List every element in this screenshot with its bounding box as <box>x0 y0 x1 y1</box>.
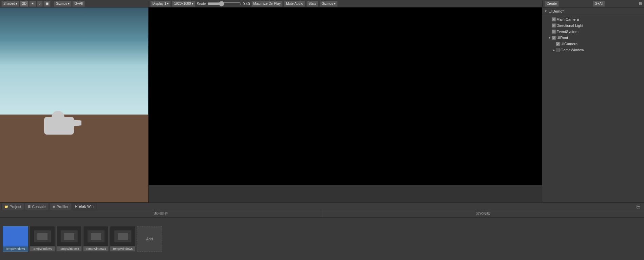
asset-preview-2 <box>57 226 81 246</box>
asset-preview-1 <box>30 226 55 246</box>
mini-preview-inner <box>64 233 74 240</box>
hierarchy-label-4: UICamera <box>561 42 577 46</box>
hierarchy-checkbox-2[interactable]: ✓ <box>552 30 556 34</box>
display-label: Display 1 <box>152 2 166 5</box>
bottom-tab-profiler[interactable]: ◉Profiler <box>50 203 72 210</box>
scene-view <box>0 7 149 202</box>
tab-icon: 📁 <box>4 205 8 208</box>
chevron-down-icon-3: ▾ <box>167 2 169 5</box>
hierarchy-item-main-camera[interactable]: ✓Main Camera <box>542 16 644 22</box>
hierarchy-checkbox-4[interactable]: ✓ <box>556 42 560 46</box>
scale-value: 0.40 <box>243 2 250 6</box>
create-btn[interactable]: Create <box>545 1 559 7</box>
hierarchy-label-3: UIRoot <box>556 36 568 40</box>
asset-thumbnail-2[interactable]: TempWindow3 <box>56 226 82 252</box>
game-gizmos-label: Gizmos <box>322 2 333 5</box>
asset-label-2: TempWindow3 <box>57 246 81 251</box>
hierarchy-toolbar-area: Create G+All ⊟ <box>542 1 644 7</box>
bottom-tabs-right: ⊟ <box>634 203 643 210</box>
scale-slider[interactable] <box>207 2 241 6</box>
bottom-tab-project[interactable]: 📁Project <box>1 203 24 210</box>
game-gizmos-btn[interactable]: Gizmos ▾ <box>320 1 338 7</box>
asset-label-0: TempWindow1 <box>3 246 28 251</box>
scale-label: Scale <box>197 2 206 6</box>
main-area: ▼ UIDemo* ✓Main Camera✓Directional Light… <box>0 7 644 202</box>
asset-thumbnail-4[interactable]: TempWindow5 <box>110 226 135 252</box>
hierarchy-filter-btn[interactable]: G+All <box>593 1 605 7</box>
hierarchy-checkbox-5[interactable] <box>556 48 560 52</box>
bottom-toolbar: 通用组件其它模板 <box>0 210 644 218</box>
camera-body <box>44 117 74 135</box>
shading-dropdown[interactable]: Shaded ▾ <box>1 1 19 7</box>
gizmos-filter-btn[interactable]: G+All <box>72 1 85 7</box>
mini-preview <box>61 230 78 242</box>
toolbar-separator-1 <box>52 1 52 6</box>
stats-label: Stats <box>308 2 316 5</box>
hierarchy-label-1: Directional Light <box>556 23 583 28</box>
bottom-content: TempWindow1TempWindow2TempWindow3TempWin… <box>0 218 644 260</box>
hierarchy-arrow-icon: ▶ <box>552 48 556 52</box>
asset-label-3: TempWindow4 <box>83 246 108 251</box>
bottom-panel: 📁Project☰Console◉ProfilerPrefab Win ⊟ 通用… <box>0 202 644 260</box>
scale-container: Scale 0.40 <box>197 2 250 6</box>
mini-preview <box>88 230 105 242</box>
maximize-on-play-btn[interactable]: Maximize On Play <box>251 1 283 7</box>
hierarchy-checkbox-0[interactable]: ✓ <box>552 17 556 21</box>
hierarchy-label-2: EventSystem <box>556 30 579 34</box>
asset-label-4: TempWindow5 <box>110 246 135 251</box>
mini-preview <box>34 230 51 242</box>
hierarchy-item-uicamera[interactable]: ✓UICamera <box>542 41 644 47</box>
mute-audio-label: Mute Audio <box>286 2 303 5</box>
hierarchy-arrow-expand: ▼ <box>544 10 547 13</box>
tab-label: Profiler <box>57 205 69 209</box>
asset-thumbnail-1[interactable]: TempWindow2 <box>30 226 55 252</box>
bottom-panel-collapse-icon[interactable]: ⊟ <box>634 203 643 210</box>
hierarchy-label-5: GameWindow <box>561 48 584 52</box>
gizmos-dropdown[interactable]: Gizmos ▾ <box>54 1 72 7</box>
light-toggle[interactable]: ☀ <box>29 1 36 7</box>
bottom-tab-console[interactable]: ☰Console <box>25 203 49 210</box>
hierarchy-item-directional-light[interactable]: ✓Directional Light <box>542 22 644 29</box>
create-label: Create <box>547 2 557 5</box>
camera-icon-wrapper <box>44 111 81 138</box>
mute-audio-btn[interactable]: Mute Audio <box>284 1 305 7</box>
asset-thumbnail-3[interactable]: TempWindow4 <box>83 226 109 252</box>
hierarchy-item-gamewindow[interactable]: ▶GameWindow <box>542 47 644 53</box>
hierarchy-label-0: Main Camera <box>556 17 579 21</box>
mini-preview-inner <box>91 233 101 240</box>
asset-thumbnail-0[interactable]: TempWindow1 <box>3 226 28 252</box>
mini-preview-inner <box>37 233 48 240</box>
tab-label: Project <box>10 205 21 209</box>
shading-label: Shaded <box>3 2 15 5</box>
audio-toggle[interactable]: ♪ <box>37 1 43 7</box>
chevron-down-icon: ▾ <box>16 2 17 5</box>
display-dropdown[interactable]: Display 1 ▾ <box>150 1 171 7</box>
fx-toggle[interactable]: ▣ <box>43 1 51 7</box>
asset-preview-4 <box>110 226 135 246</box>
bottom-tab-prefab-win[interactable]: Prefab Win <box>72 203 96 210</box>
tab-label: Console <box>32 205 45 209</box>
hierarchy-scene-title: UIDemo* <box>549 9 564 13</box>
chevron-down-icon-2: ▾ <box>68 2 70 5</box>
scene-sky <box>0 7 148 115</box>
hierarchy-item-eventsystem[interactable]: ✓EventSystem <box>542 29 644 35</box>
hierarchy-checkbox-3[interactable]: ✓ <box>552 36 556 40</box>
scene-toolbar-left: Shaded ▾ 2D ☀ ♪ ▣ Gizmos ▾ G+All <box>0 1 149 7</box>
stats-btn[interactable]: Stats <box>306 1 318 7</box>
scene-canvas[interactable] <box>0 7 148 202</box>
add-asset-button[interactable]: Add <box>137 226 162 252</box>
game-canvas[interactable] <box>149 7 542 185</box>
asset-preview-0 <box>3 226 28 246</box>
resolution-dropdown[interactable]: 1920x1080 ▾ <box>172 1 195 7</box>
2d-toggle[interactable]: 2D <box>20 1 29 7</box>
toolbar-section-通用组件: 通用组件 <box>0 210 322 217</box>
hierarchy-checkbox-1[interactable]: ✓ <box>552 23 556 28</box>
hierarchy-arrow-icon: ▼ <box>548 36 552 40</box>
game-bottom-bar <box>149 185 542 202</box>
chevron-down-icon-5: ▾ <box>334 2 336 5</box>
mini-preview-inner <box>118 233 128 240</box>
tab-label: Prefab Win <box>75 204 93 208</box>
bottom-tabs: 📁Project☰Console◉ProfilerPrefab Win ⊟ <box>0 203 644 210</box>
hierarchy-close-icon[interactable]: ⊟ <box>639 1 642 6</box>
hierarchy-item-uiroot[interactable]: ▼✓UIRoot <box>542 35 644 41</box>
